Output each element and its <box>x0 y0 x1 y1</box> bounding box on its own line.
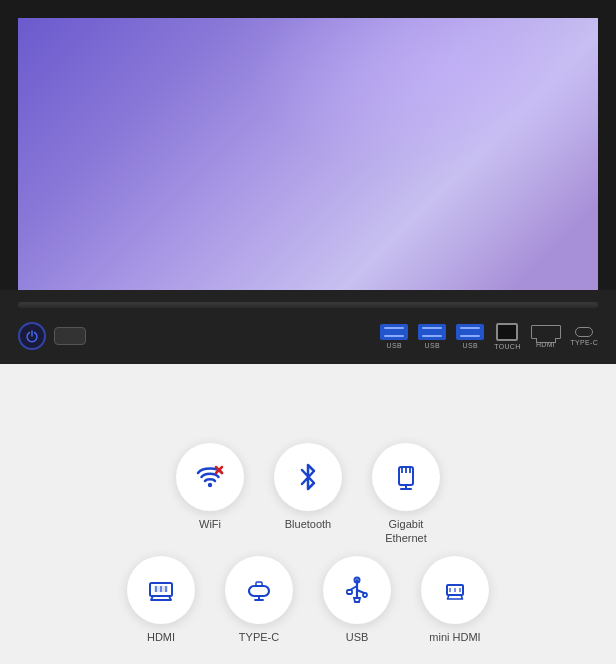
ethernet-label: Gigabit Ethernet <box>385 517 427 546</box>
port-usb1: USB <box>380 324 408 349</box>
hdmi-conn-circle <box>127 556 195 624</box>
monitor: USB USB <box>0 0 616 364</box>
svg-point-0 <box>208 483 212 487</box>
svg-rect-14 <box>249 586 269 596</box>
usb2-label: USB <box>425 342 440 349</box>
minihdmi-conn-label: mini HDMI <box>429 630 480 644</box>
monitor-body: USB USB <box>0 290 616 364</box>
usb2-icon-wrapper <box>418 324 446 340</box>
touch-label: TOUCH <box>494 343 520 350</box>
typec-conn-circle <box>225 556 293 624</box>
wifi-label: WiFi <box>199 517 221 531</box>
joystick-button[interactable] <box>54 327 86 345</box>
usb3-icon-wrapper <box>456 324 484 340</box>
power-button[interactable] <box>18 322 46 350</box>
usb1-label: USB <box>387 342 402 349</box>
ethernet-circle <box>372 443 440 511</box>
svg-rect-15 <box>256 582 262 586</box>
bluetooth-label: Bluetooth <box>285 517 331 531</box>
port-usb3: USB <box>456 324 484 349</box>
hdmi-conn-label: HDMI <box>147 630 175 644</box>
usb3-label: USB <box>463 342 478 349</box>
connectivity-section: WiFi Bluetooth <box>0 427 616 664</box>
usb-conn-item: USB <box>323 556 391 644</box>
monitor-bezel-right <box>598 0 616 290</box>
typec-conn-label: TYPE-C <box>239 630 279 644</box>
monitor-screen <box>0 0 616 290</box>
port-hdmi: HDMI <box>531 325 561 348</box>
wifi-circle <box>176 443 244 511</box>
monitor-strip <box>18 302 598 308</box>
usb-conn-circle <box>323 556 391 624</box>
touch-icon-wrapper <box>496 323 518 341</box>
svg-point-23 <box>363 593 367 597</box>
bluetooth-item: Bluetooth <box>274 443 342 546</box>
typec-conn-item: TYPE-C <box>225 556 293 644</box>
monitor-bezel-top <box>0 0 616 18</box>
port-touch: TOUCH <box>494 323 520 350</box>
minihdmi-conn-circle <box>421 556 489 624</box>
hdmi-icon-wrapper <box>531 325 561 339</box>
ports-row: USB USB <box>380 323 598 350</box>
ethernet-item: Gigabit Ethernet <box>372 443 440 546</box>
usb-conn-label: USB <box>346 630 369 644</box>
usb1-icon-wrapper <box>380 324 408 340</box>
bluetooth-circle <box>274 443 342 511</box>
monitor-controls: USB USB <box>0 316 616 356</box>
hdmi-conn-item: HDMI <box>127 556 195 644</box>
port-typec: Type-C <box>571 327 598 346</box>
svg-rect-21 <box>347 590 352 594</box>
screen-display <box>18 18 598 290</box>
minihdmi-conn-item: mini HDMI <box>421 556 489 644</box>
connectivity-row1: WiFi Bluetooth <box>10 443 606 546</box>
monitor-bezel-left <box>0 0 18 290</box>
typec-icon-wrapper <box>575 327 593 337</box>
wifi-item: WiFi <box>176 443 244 546</box>
port-usb2: USB <box>418 324 446 349</box>
connectivity-row2: HDMI TYPE-C <box>10 556 606 644</box>
typec-label: Type-C <box>571 339 598 346</box>
